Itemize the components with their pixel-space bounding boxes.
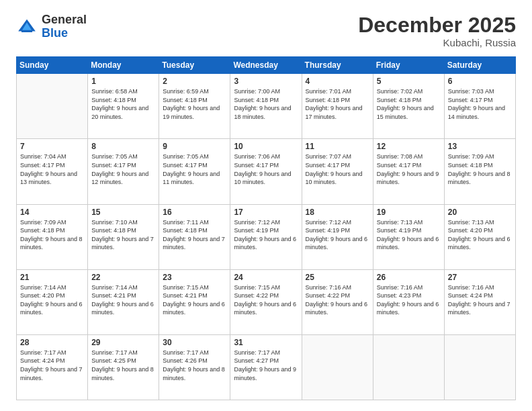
header-thursday: Thursday [302, 57, 373, 74]
day-number: 18 [306, 208, 369, 217]
header-saturday: Saturday [444, 57, 515, 74]
table-row: 23Sunrise: 7:15 AMSunset: 4:21 PMDayligh… [159, 269, 230, 334]
location: Kubachi, Russia [358, 37, 516, 48]
table-row [17, 74, 88, 139]
table-row: 9Sunrise: 7:05 AMSunset: 4:17 PMDaylight… [159, 139, 230, 204]
day-info: Sunrise: 7:07 AMSunset: 4:17 PMDaylight:… [306, 152, 369, 186]
table-row: 15Sunrise: 7:10 AMSunset: 4:18 PMDayligh… [88, 204, 159, 269]
day-info: Sunrise: 7:00 AMSunset: 4:18 PMDaylight:… [234, 87, 298, 121]
table-row: 10Sunrise: 7:06 AMSunset: 4:17 PMDayligh… [230, 139, 302, 204]
table-row: 14Sunrise: 7:09 AMSunset: 4:18 PMDayligh… [17, 204, 88, 269]
day-info: Sunrise: 7:17 AMSunset: 4:24 PMDaylight:… [20, 349, 84, 382]
day-number: 28 [20, 338, 84, 347]
table-row: 30Sunrise: 7:17 AMSunset: 4:26 PMDayligh… [159, 334, 230, 400]
table-row: 8Sunrise: 7:05 AMSunset: 4:17 PMDaylight… [88, 139, 159, 204]
table-row [444, 334, 515, 400]
day-info: Sunrise: 7:04 AMSunset: 4:17 PMDaylight:… [20, 152, 84, 186]
day-number: 14 [20, 208, 84, 217]
day-info: Sunrise: 7:12 AMSunset: 4:19 PMDaylight:… [234, 218, 298, 252]
calendar-week-1: 1Sunrise: 6:58 AMSunset: 4:18 PMDaylight… [17, 74, 516, 139]
table-row: 21Sunrise: 7:14 AMSunset: 4:20 PMDayligh… [17, 269, 88, 334]
logo: General Blue [16, 13, 87, 40]
header: General Blue December 2025 Kubachi, Russ… [16, 13, 516, 48]
day-info: Sunrise: 6:59 AMSunset: 4:18 PMDaylight:… [163, 87, 226, 121]
table-row: 31Sunrise: 7:17 AMSunset: 4:27 PMDayligh… [230, 334, 302, 400]
day-number: 25 [306, 273, 369, 282]
day-number: 16 [163, 208, 226, 217]
day-number: 19 [377, 208, 441, 217]
table-row: 4Sunrise: 7:01 AMSunset: 4:18 PMDaylight… [302, 74, 373, 139]
table-row: 20Sunrise: 7:13 AMSunset: 4:20 PMDayligh… [444, 204, 515, 269]
table-row: 2Sunrise: 6:59 AMSunset: 4:18 PMDaylight… [159, 74, 230, 139]
calendar-week-5: 28Sunrise: 7:17 AMSunset: 4:24 PMDayligh… [17, 334, 516, 400]
day-number: 12 [377, 142, 441, 151]
day-info: Sunrise: 7:17 AMSunset: 4:27 PMDaylight:… [234, 349, 298, 382]
table-row: 12Sunrise: 7:08 AMSunset: 4:17 PMDayligh… [373, 139, 444, 204]
day-number: 17 [234, 208, 298, 217]
header-friday: Friday [373, 57, 444, 74]
table-row: 6Sunrise: 7:03 AMSunset: 4:17 PMDaylight… [444, 74, 515, 139]
day-info: Sunrise: 6:58 AMSunset: 4:18 PMDaylight:… [91, 87, 155, 121]
logo-blue: Blue [42, 26, 68, 40]
day-info: Sunrise: 7:16 AMSunset: 4:23 PMDaylight:… [377, 283, 441, 317]
day-info: Sunrise: 7:01 AMSunset: 4:18 PMDaylight:… [306, 87, 369, 121]
day-number: 2 [163, 77, 226, 86]
table-row: 19Sunrise: 7:13 AMSunset: 4:19 PMDayligh… [373, 204, 444, 269]
table-row: 7Sunrise: 7:04 AMSunset: 4:17 PMDaylight… [17, 139, 88, 204]
day-number: 31 [234, 338, 298, 347]
day-info: Sunrise: 7:17 AMSunset: 4:26 PMDaylight:… [163, 349, 226, 382]
day-info: Sunrise: 7:05 AMSunset: 4:17 PMDaylight:… [163, 152, 226, 186]
header-tuesday: Tuesday [159, 57, 230, 74]
svg-rect-2 [21, 30, 32, 32]
day-info: Sunrise: 7:11 AMSunset: 4:18 PMDaylight:… [163, 218, 226, 252]
day-number: 7 [20, 142, 84, 151]
day-number: 29 [91, 338, 155, 347]
header-sunday: Sunday [17, 57, 88, 74]
day-number: 5 [377, 77, 441, 86]
day-number: 23 [163, 273, 226, 282]
table-row: 18Sunrise: 7:12 AMSunset: 4:19 PMDayligh… [302, 204, 373, 269]
day-number: 11 [306, 142, 369, 151]
day-info: Sunrise: 7:03 AMSunset: 4:17 PMDaylight:… [448, 87, 512, 121]
weekday-header-row: Sunday Monday Tuesday Wednesday Thursday… [17, 57, 516, 74]
day-number: 20 [448, 208, 512, 217]
day-number: 6 [448, 77, 512, 86]
day-number: 13 [448, 142, 512, 151]
calendar-week-3: 14Sunrise: 7:09 AMSunset: 4:18 PMDayligh… [17, 204, 516, 269]
title-block: December 2025 Kubachi, Russia [358, 13, 516, 48]
logo-text: General Blue [42, 13, 87, 40]
calendar-week-2: 7Sunrise: 7:04 AMSunset: 4:17 PMDaylight… [17, 139, 516, 204]
table-row: 28Sunrise: 7:17 AMSunset: 4:24 PMDayligh… [17, 334, 88, 400]
day-info: Sunrise: 7:13 AMSunset: 4:20 PMDaylight:… [448, 218, 512, 252]
day-number: 24 [234, 273, 298, 282]
header-monday: Monday [88, 57, 159, 74]
day-info: Sunrise: 7:13 AMSunset: 4:19 PMDaylight:… [377, 218, 441, 252]
day-number: 26 [377, 273, 441, 282]
day-info: Sunrise: 7:16 AMSunset: 4:22 PMDaylight:… [306, 283, 369, 317]
day-number: 4 [306, 77, 369, 86]
day-info: Sunrise: 7:14 AMSunset: 4:20 PMDaylight:… [20, 283, 84, 317]
day-info: Sunrise: 7:15 AMSunset: 4:21 PMDaylight:… [163, 283, 226, 317]
logo-icon [16, 16, 38, 38]
day-info: Sunrise: 7:17 AMSunset: 4:25 PMDaylight:… [91, 349, 155, 382]
page: General Blue December 2025 Kubachi, Russ… [0, 0, 532, 411]
day-info: Sunrise: 7:12 AMSunset: 4:19 PMDaylight:… [306, 218, 369, 252]
table-row [373, 334, 444, 400]
table-row: 5Sunrise: 7:02 AMSunset: 4:18 PMDaylight… [373, 74, 444, 139]
day-info: Sunrise: 7:08 AMSunset: 4:17 PMDaylight:… [377, 152, 441, 186]
header-wednesday: Wednesday [230, 57, 302, 74]
day-number: 30 [163, 338, 226, 347]
day-number: 22 [91, 273, 155, 282]
day-info: Sunrise: 7:14 AMSunset: 4:21 PMDaylight:… [91, 283, 155, 317]
day-info: Sunrise: 7:09 AMSunset: 4:18 PMDaylight:… [448, 152, 512, 186]
day-info: Sunrise: 7:10 AMSunset: 4:18 PMDaylight:… [91, 218, 155, 252]
table-row: 13Sunrise: 7:09 AMSunset: 4:18 PMDayligh… [444, 139, 515, 204]
day-info: Sunrise: 7:06 AMSunset: 4:17 PMDaylight:… [234, 152, 298, 186]
day-number: 21 [20, 273, 84, 282]
table-row: 24Sunrise: 7:15 AMSunset: 4:22 PMDayligh… [230, 269, 302, 334]
day-number: 8 [91, 142, 155, 151]
day-number: 9 [163, 142, 226, 151]
day-number: 15 [91, 208, 155, 217]
table-row: 11Sunrise: 7:07 AMSunset: 4:17 PMDayligh… [302, 139, 373, 204]
day-info: Sunrise: 7:15 AMSunset: 4:22 PMDaylight:… [234, 283, 298, 317]
